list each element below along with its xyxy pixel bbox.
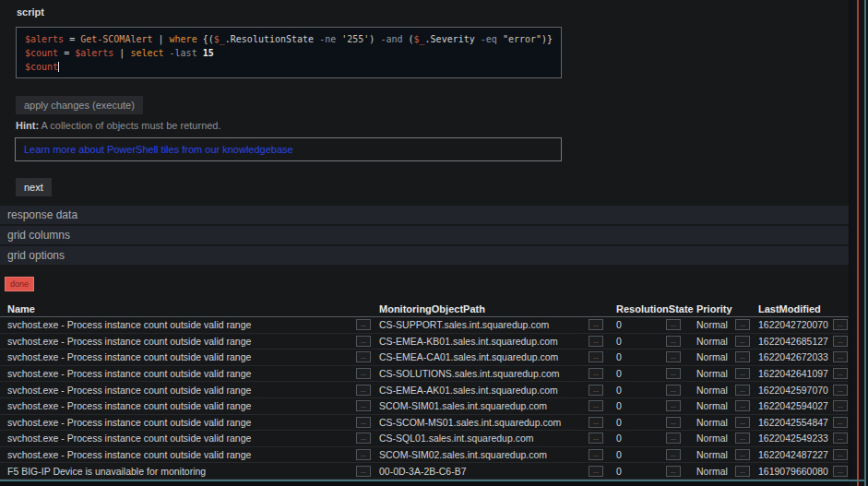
cell-options-button[interactable]: ... [735,319,750,330]
cell-name: svchost.exe - Process instance count out… [7,417,251,428]
cell-resolution_state: 0 [616,385,622,396]
cell-last_modified: 1622042641097 [758,368,828,379]
cell-path: SCOM-SIM02.sales.int.squaredup.com [379,449,547,460]
script-label: script [17,6,44,18]
cell-options-button[interactable]: ... [833,433,848,444]
cell-options-button[interactable]: ... [735,433,750,444]
cell-options-button[interactable]: ... [735,336,750,347]
table-row: svchost.exe - Process instance count out… [0,334,849,350]
cell-options-button[interactable]: ... [833,319,848,330]
cell-options-button[interactable]: ... [589,336,603,347]
cell-options-button[interactable]: ... [589,400,603,411]
cell-options-button[interactable]: ... [589,319,603,330]
cell-options-button[interactable]: ... [666,400,681,411]
cell-options-button[interactable]: ... [589,385,603,396]
code-line: $count = $alerts | select -last 15 [25,46,561,60]
cell-priority: Normal [696,400,728,411]
next-button[interactable]: next [16,178,52,196]
cell-priority: Normal [696,417,728,428]
cell-path: CS-EMEA-KB01.sales.int.squaredup.com [379,336,558,347]
table-row: svchost.exe - Process instance count out… [0,398,849,415]
cell-options-button[interactable]: ... [833,368,848,379]
selection-border-right [864,0,866,486]
cell-priority: Normal [696,449,728,460]
cell-resolution_state: 0 [616,466,622,477]
cell-options-button[interactable]: ... [666,417,681,428]
cell-options-button[interactable]: ... [735,368,750,379]
cell-options-button[interactable]: ... [833,351,848,362]
cell-name: svchost.exe - Process instance count out… [7,368,251,379]
accordion-grid-options[interactable]: grid options [0,246,849,265]
cell-name: svchost.exe - Process instance count out… [7,433,251,444]
cell-options-button[interactable]: ... [735,449,750,460]
knowledgebase-link[interactable]: Learn more about PowerShell tiles from o… [24,144,293,155]
cell-last_modified: 1622042554847 [758,417,828,428]
apply-changes-button[interactable]: apply changes (execute) [16,96,143,114]
cell-last_modified: 1622042487227 [758,449,828,460]
cell-options-button[interactable]: ... [735,351,750,362]
cell-options-button[interactable]: ... [666,368,681,379]
cell-options-button[interactable]: ... [666,336,681,347]
cell-name: svchost.exe - Process instance count out… [7,400,251,411]
cell-options-button[interactable]: ... [735,417,750,428]
cell-options-button[interactable]: ... [356,400,371,411]
cell-resolution_state: 0 [616,336,622,347]
cell-options-button[interactable]: ... [356,368,371,379]
tile-editor-panel: script $alerts = Get-SCOMAlert | where {… [0,0,849,480]
script-code-editor[interactable]: $alerts = Get-SCOMAlert | where {($_.Res… [16,27,562,78]
cell-path: CS-SOLUTIONS.sales.int.squaredup.com [379,368,560,379]
cell-options-button[interactable]: ... [666,449,681,460]
cell-options-button[interactable]: ... [589,368,603,379]
cell-options-button[interactable]: ... [589,351,603,362]
cell-last_modified: 1622042720070 [758,319,828,330]
cell-name: svchost.exe - Process instance count out… [7,336,251,347]
cell-options-button[interactable]: ... [666,385,681,396]
cell-options-button[interactable]: ... [735,466,750,477]
done-button[interactable]: done [5,277,34,291]
table-row: svchost.exe - Process instance count out… [0,350,849,366]
cell-options-button[interactable]: ... [356,449,371,460]
cell-options-button[interactable]: ... [735,400,750,411]
cell-options-button[interactable]: ... [589,417,603,428]
cell-options-button[interactable]: ... [833,417,848,428]
cell-options-button[interactable]: ... [833,449,848,460]
hint-label: Hint: [16,120,39,131]
cell-options-button[interactable]: ... [833,385,848,396]
cell-options-button[interactable]: ... [833,466,848,477]
cell-options-button[interactable]: ... [735,385,750,396]
cell-resolution_state: 0 [616,449,622,460]
table-row: svchost.exe - Process instance count out… [0,382,849,398]
cell-resolution_state: 0 [616,400,622,411]
cell-options-button[interactable]: ... [589,449,603,460]
cell-options-button[interactable]: ... [666,319,681,330]
cell-options-button[interactable]: ... [356,336,371,347]
cell-options-button[interactable]: ... [589,466,603,477]
cell-options-button[interactable]: ... [666,466,681,477]
cell-options-button[interactable]: ... [356,385,371,396]
cell-name: svchost.exe - Process instance count out… [7,385,251,396]
grid-header: Name MonitoringObjectPath ResolutionStat… [0,303,849,316]
cell-options-button[interactable]: ... [356,433,371,444]
cell-options-button[interactable]: ... [833,336,848,347]
accordion-grid-columns[interactable]: grid columns [0,226,849,244]
cell-resolution_state: 0 [616,319,622,330]
cell-path: CS-SCOM-MS01.sales.int.squaredup.com [379,417,561,428]
cell-priority: Normal [696,385,728,396]
cell-options-button[interactable]: ... [356,466,371,477]
cell-options-button[interactable]: ... [666,433,681,444]
accordion-response-data[interactable]: response data [0,206,849,224]
cell-last_modified: 1622042597070 [758,385,828,396]
cell-options-button[interactable]: ... [666,351,681,362]
cell-last_modified: 1619079660080 [758,466,828,477]
cell-priority: Normal [696,336,728,347]
cell-priority: Normal [696,368,728,379]
cell-options-button[interactable]: ... [356,417,371,428]
cell-options-button[interactable]: ... [589,433,603,444]
column-header-name: Name [7,303,35,314]
results-grid: Name MonitoringObjectPath ResolutionStat… [0,303,849,316]
cell-options-button[interactable]: ... [356,351,371,362]
cell-options-button[interactable]: ... [833,400,848,411]
cell-options-button[interactable]: ... [356,319,371,330]
column-header-resolutionstate: ResolutionState [616,303,694,314]
cell-last_modified: 1622042685127 [758,336,828,347]
